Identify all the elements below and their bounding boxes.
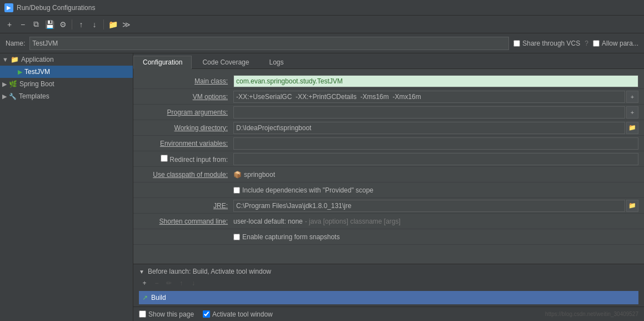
name-label: Name: xyxy=(6,39,25,47)
working-dir-browse-btn[interactable]: 📁 xyxy=(626,122,638,134)
show-this-page-label: Show this page xyxy=(148,310,194,318)
remove-button[interactable]: − xyxy=(17,18,29,31)
allow-parallel-checkbox[interactable] xyxy=(593,40,600,47)
module-icon: 📦 xyxy=(233,171,242,179)
move-up-button[interactable]: ↑ xyxy=(75,18,87,31)
env-vars-input[interactable] xyxy=(233,137,638,150)
program-args-row: Program arguments: + xyxy=(133,105,644,120)
working-dir-row: Working directory: 📁 xyxy=(133,120,644,136)
show-this-page-option[interactable]: Show this page xyxy=(139,310,194,318)
jre-value: 📁 xyxy=(233,200,638,212)
add-button[interactable]: + xyxy=(3,18,16,31)
main-class-input[interactable] xyxy=(233,75,638,87)
enable-capturing-option[interactable]: Enable capturing form snapshots xyxy=(233,233,340,241)
main-class-value xyxy=(233,75,638,87)
bl-add-btn[interactable]: + xyxy=(139,278,150,289)
working-dir-value: 📁 xyxy=(233,122,638,134)
bl-down-btn[interactable]: ↓ xyxy=(188,278,199,289)
activate-tool-window-label: Activate tool window xyxy=(212,310,273,318)
jre-row: JRE: 📁 xyxy=(133,198,644,214)
jre-input-group: 📁 xyxy=(233,200,638,212)
window-title: Run/Debug Configurations xyxy=(17,4,95,12)
title-bar: ▶ Run/Debug Configurations xyxy=(0,0,644,16)
working-dir-input[interactable] xyxy=(233,122,625,134)
tab-code-coverage[interactable]: Code Coverage xyxy=(193,56,258,68)
tab-logs[interactable]: Logs xyxy=(259,56,293,68)
redirect-input-value xyxy=(233,153,638,165)
build-row: ↗ Build xyxy=(139,291,638,304)
app-icon: ▶ xyxy=(4,3,13,12)
move-down-button[interactable]: ↓ xyxy=(88,18,101,31)
jre-input[interactable] xyxy=(233,200,625,212)
enable-capturing-value: Enable capturing form snapshots xyxy=(233,233,638,241)
sidebar: ▼ 📁 Application ▶ TestJVM ▶ 🌿 Spring Boo… xyxy=(0,53,133,321)
include-deps-value: Include dependencies with "Provided" sco… xyxy=(233,186,638,194)
jre-browse-btn[interactable]: 📁 xyxy=(626,200,638,212)
wrench-icon: 🔧 xyxy=(9,93,17,100)
right-panel: Configuration Code Coverage Logs Main cl… xyxy=(133,53,644,321)
spring-icon: 🌿 xyxy=(9,80,17,88)
sidebar-item-spring-boot[interactable]: ▶ 🌿 Spring Boot xyxy=(0,78,133,90)
tab-configuration[interactable]: Configuration xyxy=(133,56,192,69)
enable-capturing-checkbox[interactable] xyxy=(233,234,240,240)
folder-button[interactable]: 📁 xyxy=(107,18,119,31)
before-launch-section: ▼ Before launch: Build, Activate tool wi… xyxy=(133,264,644,307)
program-args-value: + xyxy=(233,106,638,118)
program-args-label: Program arguments: xyxy=(139,108,233,116)
sidebar-item-testjvm[interactable]: ▶ TestJVM xyxy=(0,66,133,78)
bl-remove-btn[interactable]: − xyxy=(151,278,162,289)
bl-up-btn[interactable]: ↑ xyxy=(176,278,187,289)
include-deps-option[interactable]: Include dependencies with "Provided" sco… xyxy=(233,186,373,194)
bl-edit-btn[interactable]: ✏ xyxy=(163,278,174,289)
settings-button[interactable]: ⚙ xyxy=(57,18,69,31)
redirect-input-field[interactable] xyxy=(233,153,638,165)
help-icon: ? xyxy=(585,39,588,47)
share-vcs-option[interactable]: Share through VCS xyxy=(513,39,580,47)
sidebar-label-application: Application xyxy=(21,56,54,63)
vm-options-expand-btn[interactable]: + xyxy=(626,91,638,103)
redirect-input-checkbox[interactable] xyxy=(161,155,168,162)
module-pill: 📦 springboot xyxy=(233,171,275,179)
vm-options-label: VM options: xyxy=(139,93,233,101)
jre-label: JRE: xyxy=(139,202,233,210)
name-right-options: Share through VCS ? Allow para... xyxy=(513,39,638,47)
sidebar-label-templates: Templates xyxy=(19,92,49,100)
program-args-input[interactable] xyxy=(233,106,625,118)
redirect-input-label: Redirect input from: xyxy=(139,155,233,164)
redirect-input-row: Redirect input from: xyxy=(133,151,644,167)
enable-capturing-text: Enable capturing form snapshots xyxy=(242,233,340,241)
vm-options-value: + xyxy=(233,91,638,103)
sidebar-item-templates[interactable]: ▶ 🔧 Templates xyxy=(0,90,133,102)
classpath-module-label: Use classpath of module: xyxy=(139,171,233,179)
include-deps-row: Include dependencies with "Provided" sco… xyxy=(133,182,644,198)
vm-options-input[interactable] xyxy=(233,91,625,103)
allow-parallel-option[interactable]: Allow para... xyxy=(593,39,638,47)
working-dir-label: Working directory: xyxy=(139,124,233,132)
name-input[interactable] xyxy=(29,37,509,50)
share-vcs-checkbox[interactable] xyxy=(513,40,520,47)
shorten-cmd-label: Shorten command line: xyxy=(139,218,233,225)
separator xyxy=(72,19,72,29)
tabs-bar: Configuration Code Coverage Logs xyxy=(133,53,644,69)
folder-icon: 📁 xyxy=(11,56,19,63)
main-class-label: Main class: xyxy=(139,77,233,85)
program-args-input-group: + xyxy=(233,106,638,118)
shorten-cmd-text: user-local default: none xyxy=(233,218,303,225)
include-deps-checkbox[interactable] xyxy=(233,187,240,194)
program-args-expand-btn[interactable]: + xyxy=(626,106,638,118)
copy-button[interactable]: ⧉ xyxy=(30,18,42,31)
activate-tool-window-option[interactable]: Activate tool window xyxy=(203,310,273,318)
vm-options-input-group: + xyxy=(233,91,638,103)
save-button[interactable]: 💾 xyxy=(43,18,56,31)
build-icon: ↗ xyxy=(142,294,148,302)
sidebar-item-application[interactable]: ▼ 📁 Application xyxy=(0,53,133,66)
more-button[interactable]: ≫ xyxy=(120,18,132,31)
activate-tool-window-checkbox[interactable] xyxy=(203,310,210,318)
before-launch-toolbar: + − ✏ ↑ ↓ xyxy=(139,278,638,289)
show-this-page-checkbox[interactable] xyxy=(139,310,146,318)
bottom-bar: Show this page Activate tool window http… xyxy=(133,307,644,321)
name-bar: Name: Share through VCS ? Allow para... xyxy=(0,33,644,53)
sidebar-label-spring-boot: Spring Boot xyxy=(19,80,54,88)
main-class-row: Main class: xyxy=(133,73,644,89)
collapse-icon[interactable]: ▼ xyxy=(139,269,144,275)
